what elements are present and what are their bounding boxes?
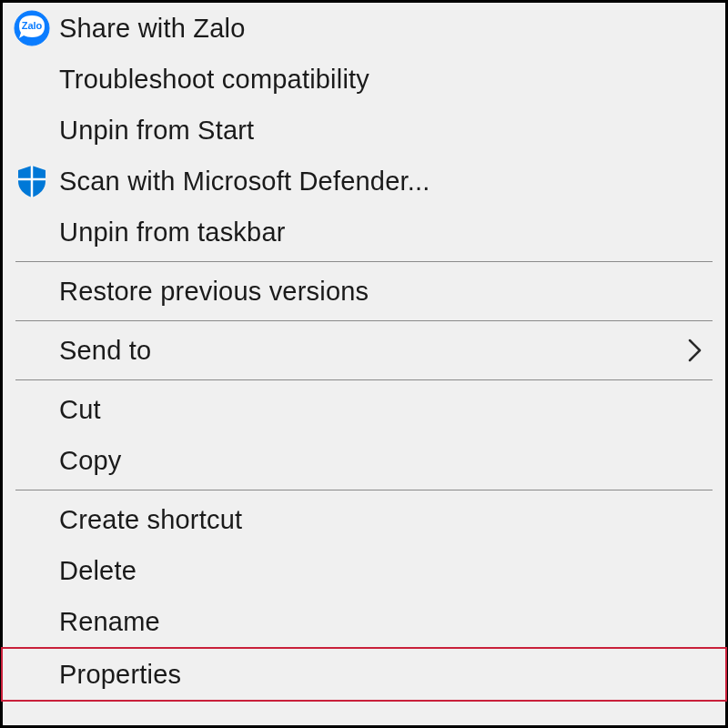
menu-item-label: Create shortcut xyxy=(59,505,709,535)
menu-item-label: Unpin from taskbar xyxy=(59,217,709,248)
menu-separator xyxy=(15,320,713,321)
menu-item-label: Share with Zalo xyxy=(59,14,709,44)
menu-item-label: Scan with Microsoft Defender... xyxy=(59,167,709,197)
menu-item-label: Unpin from Start xyxy=(59,116,709,146)
menu-item-label: Delete xyxy=(59,556,709,586)
menu-item-troubleshoot[interactable]: Troubleshoot compatibility xyxy=(3,54,725,105)
svg-text:Zalo: Zalo xyxy=(22,20,43,31)
menu-item-restore-versions[interactable]: Restore previous versions xyxy=(3,266,725,317)
menu-item-label: Restore previous versions xyxy=(59,277,709,307)
zalo-icon: Zalo xyxy=(14,10,59,46)
menu-item-unpin-taskbar[interactable]: Unpin from taskbar xyxy=(3,207,725,258)
context-menu: Zalo Share with Zalo Troubleshoot compat… xyxy=(0,0,728,728)
menu-item-properties[interactable]: Properties xyxy=(1,647,727,702)
menu-separator xyxy=(15,490,713,490)
menu-item-rename[interactable]: Rename xyxy=(3,596,725,647)
menu-item-delete[interactable]: Delete xyxy=(3,545,725,596)
menu-item-share-zalo[interactable]: Zalo Share with Zalo xyxy=(3,3,725,54)
submenu-arrow-icon xyxy=(682,338,709,363)
menu-item-label: Troubleshoot compatibility xyxy=(59,65,709,95)
menu-item-label: Send to xyxy=(59,336,682,366)
menu-item-label: Properties xyxy=(59,660,709,690)
menu-separator xyxy=(15,379,713,380)
menu-item-unpin-start[interactable]: Unpin from Start xyxy=(3,105,725,156)
defender-shield-icon xyxy=(14,163,59,199)
menu-item-label: Cut xyxy=(59,395,709,425)
menu-item-scan-defender[interactable]: Scan with Microsoft Defender... xyxy=(3,156,725,207)
menu-item-send-to[interactable]: Send to xyxy=(3,325,725,376)
menu-item-create-shortcut[interactable]: Create shortcut xyxy=(3,494,725,545)
menu-item-cut[interactable]: Cut xyxy=(3,384,725,435)
menu-item-label: Copy xyxy=(59,446,709,476)
menu-item-label: Rename xyxy=(59,607,709,637)
menu-item-copy[interactable]: Copy xyxy=(3,435,725,486)
menu-separator xyxy=(15,261,713,262)
